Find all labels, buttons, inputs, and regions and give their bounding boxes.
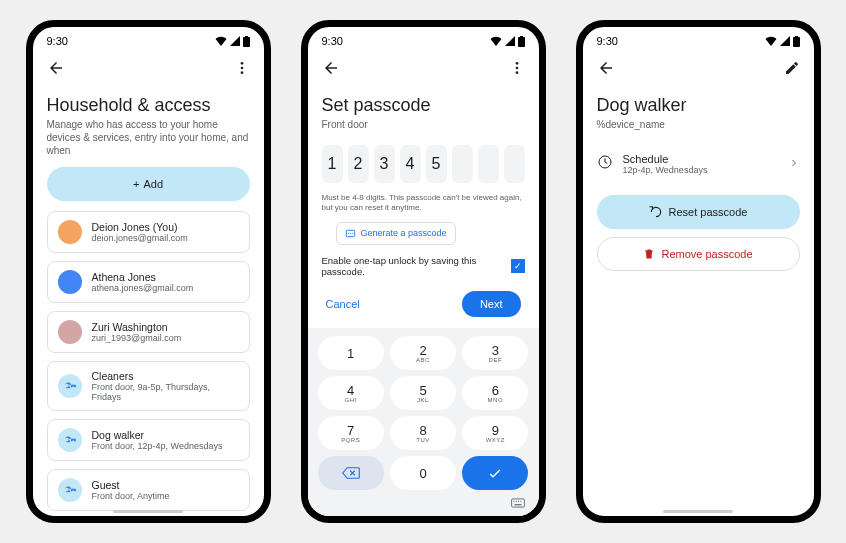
next-button[interactable]: Next <box>462 291 521 317</box>
key-icon <box>58 374 82 398</box>
keyboard-footer <box>318 496 529 510</box>
svg-point-9 <box>515 71 518 74</box>
digit-box[interactable] <box>452 145 473 183</box>
generate-passcode-button[interactable]: Generate a passcode <box>336 222 456 245</box>
page-title: Set passcode <box>308 89 539 118</box>
avatar <box>58 320 82 344</box>
back-button[interactable] <box>322 59 340 81</box>
phone-dog-walker: 9:30 Dog walker %device_name Schedule 12… <box>576 20 821 523</box>
enable-label: Enable one-tap unlock by saving this pas… <box>322 255 492 277</box>
passcode-icon <box>345 228 356 239</box>
svg-point-17 <box>518 501 519 502</box>
svg-rect-20 <box>793 37 800 47</box>
enable-checkbox[interactable]: ✓ <box>511 259 525 273</box>
access-item[interactable]: Guest Front door, Anytime <box>47 469 250 511</box>
svg-point-13 <box>351 233 352 234</box>
back-button[interactable] <box>597 59 615 81</box>
person-name: Athena Jones <box>92 271 194 283</box>
passcode-hint: Must be 4-8 digits. This passcode can't … <box>308 187 539 220</box>
digit-box[interactable]: 2 <box>348 145 369 183</box>
numeric-keypad: 1 2ABC 3DEF 4GHI 5JKL 6MNO 7PQRS 8TUV 9W… <box>308 328 539 516</box>
avatar <box>58 270 82 294</box>
svg-rect-14 <box>511 499 524 507</box>
access-name: Dog walker <box>92 429 223 441</box>
reset-icon <box>649 205 663 219</box>
svg-point-16 <box>515 501 516 502</box>
header <box>33 51 264 89</box>
status-icons <box>765 36 800 47</box>
chevron-right-icon <box>788 155 800 173</box>
plus-icon: + <box>133 178 139 190</box>
trash-icon <box>643 248 655 260</box>
backspace-icon <box>342 466 360 480</box>
status-bar: 9:30 <box>33 27 264 51</box>
status-bar: 9:30 <box>308 27 539 51</box>
home-indicator <box>663 510 733 513</box>
add-label: Add <box>143 178 163 190</box>
header <box>583 51 814 89</box>
schedule-row[interactable]: Schedule 12p-4p, Wednesdays <box>583 141 814 187</box>
digit-box[interactable]: 3 <box>374 145 395 183</box>
header <box>308 51 539 89</box>
more-menu[interactable] <box>509 60 525 80</box>
key-1[interactable]: 1 <box>318 336 384 370</box>
status-bar: 9:30 <box>583 27 814 51</box>
person-item[interactable]: Athena Jones athena.jones@gmail.com <box>47 261 250 303</box>
digit-box[interactable] <box>504 145 525 183</box>
status-icons <box>215 36 250 47</box>
digit-box[interactable]: 1 <box>322 145 343 183</box>
page-subtitle: Front door <box>308 118 539 141</box>
back-button[interactable] <box>47 59 65 81</box>
svg-rect-6 <box>520 36 523 38</box>
battery-icon <box>518 36 525 47</box>
page-subtitle: %device_name <box>583 118 814 141</box>
keyboard-switch-icon[interactable] <box>511 498 525 510</box>
key-3[interactable]: 3DEF <box>462 336 528 370</box>
person-item[interactable]: Zuri Washington zuri_1993@gmail.com <box>47 311 250 353</box>
access-item[interactable]: Dog walker Front door, 12p-4p, Wednesday… <box>47 419 250 461</box>
home-indicator <box>113 510 183 513</box>
person-email: zuri_1993@gmail.com <box>92 333 182 343</box>
key-2[interactable]: 2ABC <box>390 336 456 370</box>
status-time: 9:30 <box>322 35 343 47</box>
digit-box[interactable]: 4 <box>400 145 421 183</box>
key-5[interactable]: 5JKL <box>390 376 456 410</box>
digit-box[interactable]: 5 <box>426 145 447 183</box>
reset-passcode-button[interactable]: Reset passcode <box>597 195 800 229</box>
key-4[interactable]: 4GHI <box>318 376 384 410</box>
key-8[interactable]: 8TUV <box>390 416 456 450</box>
access-detail: Front door, Anytime <box>92 491 170 501</box>
wifi-icon <box>765 36 777 46</box>
svg-point-7 <box>515 62 518 65</box>
page-title: Dog walker <box>583 89 814 118</box>
key-backspace[interactable] <box>318 456 384 490</box>
key-9[interactable]: 9WXYZ <box>462 416 528 450</box>
person-email: deion.jones@gmail.com <box>92 233 188 243</box>
key-7[interactable]: 7PQRS <box>318 416 384 450</box>
add-button[interactable]: + Add <box>47 167 250 201</box>
generate-label: Generate a passcode <box>361 228 447 238</box>
edit-button[interactable] <box>784 60 800 80</box>
more-menu[interactable] <box>234 60 250 80</box>
person-name: Deion Jones (You) <box>92 221 188 233</box>
remove-label: Remove passcode <box>661 248 752 260</box>
key-0[interactable]: 0 <box>390 456 456 490</box>
remove-passcode-button[interactable]: Remove passcode <box>597 237 800 271</box>
access-item[interactable]: Cleaners Front door, 9a-5p, Thursdays, F… <box>47 361 250 411</box>
digit-box[interactable] <box>478 145 499 183</box>
wifi-icon <box>490 36 502 46</box>
battery-icon <box>793 36 800 47</box>
key-icon <box>58 478 82 502</box>
avatar <box>58 220 82 244</box>
svg-rect-1 <box>245 36 248 38</box>
schedule-label: Schedule <box>623 153 708 165</box>
key-6[interactable]: 6MNO <box>462 376 528 410</box>
svg-point-18 <box>520 501 521 502</box>
person-item[interactable]: Deion Jones (You) deion.jones@gmail.com <box>47 211 250 253</box>
access-detail: Front door, 9a-5p, Thursdays, Fridays <box>92 382 239 402</box>
key-confirm[interactable] <box>462 456 528 490</box>
enable-onetap-row: Enable one-tap unlock by saving this pas… <box>308 255 539 285</box>
cancel-button[interactable]: Cancel <box>326 298 360 310</box>
svg-point-3 <box>240 67 243 70</box>
svg-point-2 <box>240 62 243 65</box>
